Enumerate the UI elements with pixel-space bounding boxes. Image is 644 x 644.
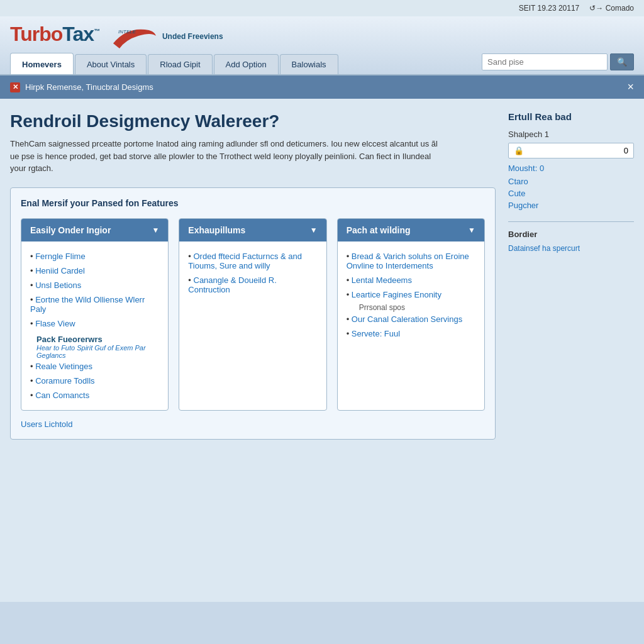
list-item[interactable]: Heniid Cardel xyxy=(30,264,159,278)
sidebar-section2: Bordier Datainsef ha spercurt xyxy=(508,230,634,254)
sidebar-divider xyxy=(508,221,634,222)
col-3-dropdown-arrow-icon: ▼ xyxy=(468,226,475,235)
list-item[interactable]: Our Canal Caleration Servings xyxy=(347,312,475,326)
sidebar-mousht-badge: 0 xyxy=(540,164,544,173)
list-item[interactable]: Eortne the Wild Olliense Wlerr Paly xyxy=(30,292,159,316)
notification-left: ✕ Hirpk Remense, Tinucbral Desigms xyxy=(10,82,153,92)
tab-balowials[interactable]: Balowials xyxy=(280,54,338,74)
notification-bar: ✕ Hirpk Remense, Tinucbral Desigms × xyxy=(0,75,644,99)
feature-col-2-label: Exhaupillums xyxy=(188,225,245,235)
sidebar-title: Ertull Rea bad xyxy=(508,111,634,122)
logo: TurboTax™ INTELE xyxy=(10,23,157,53)
notification-error-icon[interactable]: ✕ xyxy=(10,82,20,92)
feature-col-2-header[interactable]: Exhaupillums ▼ xyxy=(179,219,326,242)
list-item[interactable]: Reale Vietinges xyxy=(30,359,159,374)
logo-tagline: Unded Freeviens xyxy=(162,32,223,41)
search-button[interactable]: 🔍 xyxy=(610,53,634,70)
list-item[interactable]: Coramure Todlls xyxy=(30,374,159,388)
list-item[interactable]: Ferngle Flime xyxy=(30,249,159,264)
search-area: 🔍 xyxy=(482,53,634,74)
feature-col-1-list-2: Reale Vietinges Coramure Todlls Can Coma… xyxy=(30,359,159,402)
search-input[interactable] xyxy=(482,53,608,70)
feature-col-1-header[interactable]: Easily Onder Ingior ▼ xyxy=(21,219,168,242)
users-link[interactable]: Users Lichtold xyxy=(21,419,485,429)
comado-label: Comado xyxy=(606,4,634,13)
header: TurboTax™ INTELE Unded Freeviens Homever… xyxy=(0,16,644,75)
sidebar: Ertull Rea bad Shalpech 1 🔒 0 Mousht: 0 … xyxy=(508,111,634,589)
sidebar-section1-title: Shalpech 1 xyxy=(508,130,634,139)
col-2-dropdown-arrow-icon: ▼ xyxy=(310,226,318,235)
feature-col-3-header[interactable]: Pach at wilding ▼ xyxy=(338,219,484,242)
col-1-dropdown-arrow-icon: ▼ xyxy=(152,226,159,235)
logo-area: TurboTax™ INTELE Unded Freeviens xyxy=(10,23,634,53)
feature-columns: Easily Onder Ingior ▼ Ferngle Flime Heni… xyxy=(21,218,485,411)
tab-rload-gipit[interactable]: Rload Gipit xyxy=(148,54,212,74)
feature-section-title: Enal Mersif your Pansed fon Features xyxy=(21,198,485,208)
feature-section: Enal Mersif your Pansed fon Features Eas… xyxy=(10,187,496,440)
sidebar-section1: Shalpech 1 🔒 0 Mousht: 0 Ctaro Cute Pugc… xyxy=(508,130,634,211)
feature-column-1: Easily Onder Ingior ▼ Ferngle Flime Heni… xyxy=(21,218,169,411)
feature-col-1-label: Easily Onder Ingior xyxy=(30,225,111,235)
logo-tm: ™ xyxy=(94,28,99,35)
sidebar-section2-desc[interactable]: Datainsef ha spercurt xyxy=(508,243,634,254)
sidebar-link-pugcher[interactable]: Pugcher xyxy=(508,199,634,211)
feature-col-3-label: Pach at wilding xyxy=(347,225,411,235)
feature-col-2-body: Orded fftecid Facturncs & and Tioums, Su… xyxy=(179,242,326,304)
sub-text: Prrsonal spos xyxy=(359,303,475,312)
nav-tabs: Homevers About Vintals Rload Gipit Add O… xyxy=(10,53,338,74)
lock-icon: 🔒 xyxy=(514,146,524,155)
refresh-icon: ↺→ xyxy=(589,4,603,13)
feature-column-2: Exhaupillums ▼ Orded fftecid Facturncs &… xyxy=(179,218,326,411)
list-item[interactable]: Bread & Varich soluhs on Eroine Onvline … xyxy=(347,249,475,273)
list-item[interactable]: Orded fftecid Facturncs & and Tioums, Su… xyxy=(188,249,317,273)
sidebar-link-cute[interactable]: Cute xyxy=(508,187,634,199)
feature-col-1-list: Ferngle Flime Heniid Cardel Unsl Betions… xyxy=(30,249,159,331)
list-item[interactable]: Lental Medeems xyxy=(347,273,475,287)
sidebar-link-ctaro[interactable]: Ctaro xyxy=(508,175,634,187)
sidebar-counter-row: 🔒 0 xyxy=(508,143,634,158)
list-item[interactable]: Flase View xyxy=(30,316,159,331)
sidebar-counter-value: 🔒 xyxy=(514,146,524,155)
list-item[interactable]: Unsl Betions xyxy=(30,278,159,292)
tab-homevers[interactable]: Homevers xyxy=(10,53,74,74)
logo-text: TurboTax™ xyxy=(10,23,104,45)
tab-about-vintals[interactable]: About Vintals xyxy=(75,54,147,74)
svg-text:INTELE: INTELE xyxy=(118,29,136,35)
users-link-anchor[interactable]: Users Lichtold xyxy=(21,419,72,429)
feature-col-2-list: Orded fftecid Facturncs & and Tioums, Su… xyxy=(188,249,317,297)
top-action[interactable]: ↺→ Comado xyxy=(589,4,634,13)
feature-column-3: Pach at wilding ▼ Bread & Varich soluhs … xyxy=(337,218,485,411)
tab-add-option[interactable]: Add Option xyxy=(214,54,279,74)
feature-col-3-list: Bread & Varich soluhs on Eroine Onvline … xyxy=(347,249,475,302)
feature-col-3-body: Bread & Varich soluhs on Eroine Onvline … xyxy=(338,242,484,348)
list-item[interactable]: Servete: Fuul xyxy=(347,326,475,341)
pack-link[interactable]: Hear to Futo Spirit Guf of Exem Par Gegl… xyxy=(36,344,159,359)
page-title: Rendroil Desigmency Walereer? xyxy=(10,111,496,131)
sidebar-counter-number: 0 xyxy=(624,146,628,155)
notification-text: Hirpk Remense, Tinucbral Desigms xyxy=(25,82,153,92)
datetime-display: SEIT 19.23 20117 xyxy=(519,4,580,13)
list-item[interactable]: Leartice Fagines Enonity xyxy=(347,287,475,302)
content-area: Rendroil Desigmency Walereer? ThehCam sa… xyxy=(10,111,496,589)
pack-label: Pack Fueorerwrs xyxy=(36,335,159,344)
feature-col-3-list-2: Our Canal Caleration Servings Servete: F… xyxy=(347,312,475,341)
page-description: ThehCam saignessed prceatte portome Inat… xyxy=(10,138,438,175)
nav-area: Homevers About Vintals Rload Gipit Add O… xyxy=(10,53,634,74)
top-bar: SEIT 19.23 20117 ↺→ Comado xyxy=(0,0,644,16)
list-item[interactable]: Canangle & Doueild R. Contruction xyxy=(188,273,317,297)
feature-col-1-body: Ferngle Flime Heniid Cardel Unsl Betions… xyxy=(21,242,168,410)
logo-swoosh-icon: INTELE xyxy=(107,25,157,53)
main-layout: Rendroil Desigmency Walereer? ThehCam sa… xyxy=(0,99,644,602)
sidebar-mousht-label: Mousht: 0 xyxy=(508,164,634,173)
list-item[interactable]: Can Comancts xyxy=(30,388,159,402)
sidebar-section2-title: Bordier xyxy=(508,230,634,239)
notification-close-button[interactable]: × xyxy=(627,80,634,94)
